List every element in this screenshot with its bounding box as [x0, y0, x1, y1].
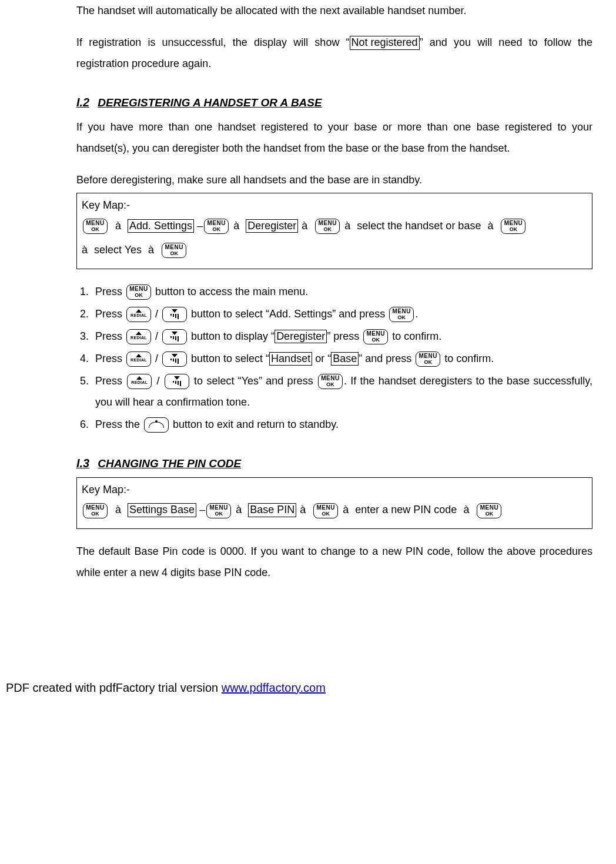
intro-p1: The handset will automatically be alloca… — [76, 0, 592, 21]
menu-ok-button-icon: MENUOK — [126, 284, 151, 300]
step-4: Press REDIAL / button to select “Handset… — [92, 348, 592, 369]
keymap-sequence: MENUOK à Settings Base –MENUOKà Base PIN… — [82, 498, 587, 522]
down-button-icon — [162, 307, 187, 322]
down-button-icon — [162, 329, 187, 344]
menu-ok-button-icon: MENUOK — [204, 219, 229, 234]
menu-ok-button-icon: MENUOK — [313, 503, 338, 518]
menu-ok-button-icon: MENUOK — [416, 351, 440, 367]
boxed-not-registered: Not registered — [350, 36, 420, 50]
up-redial-button-icon: REDIAL — [127, 374, 152, 389]
arrow-icon: à — [343, 504, 349, 515]
section-i2-heading: I.2DEREGISTERING A HANDSET OR A BASE — [76, 91, 592, 114]
step-6: Press the button to exit and return to s… — [92, 414, 592, 435]
steps-list-i2: Press MENUOK button to access the main m… — [76, 281, 592, 435]
up-redial-button-icon: REDIAL — [126, 329, 151, 344]
menu-ok-button-icon: MENUOK — [318, 374, 343, 389]
boxed-deregister: Deregister — [274, 330, 327, 344]
i2-p1: If you have more than one handset regist… — [76, 116, 592, 159]
intro-p2: If registration is unsuccessful, the dis… — [76, 32, 592, 74]
keymap-box-2: Key Map:- MENUOK à Settings Base –MENUOK… — [76, 477, 592, 529]
boxed-handset: Handset — [269, 352, 312, 366]
down-button-icon — [165, 374, 189, 389]
arrow-icon: à — [344, 220, 350, 232]
menu-ok-button-icon: MENUOK — [83, 503, 108, 518]
step-1: Press MENUOK button to access the main m… — [92, 281, 592, 302]
keymap-box-1: Key Map:- MENUOK à Add. Settings –MENUOK… — [76, 193, 592, 269]
arrow-icon: à — [487, 220, 493, 232]
i2-p2: Before deregistering, make sure all hand… — [76, 169, 592, 190]
pdf-footer: PDF created with pdfFactory trial versio… — [0, 594, 592, 699]
boxed-base: Base — [331, 352, 359, 366]
up-redial-button-icon: REDIAL — [126, 307, 151, 322]
menu-ok-button-icon: MENUOK — [206, 503, 231, 518]
arrow-icon: à — [115, 220, 121, 232]
step-2: Press REDIAL / button to select “Add. Se… — [92, 303, 592, 324]
arrow-icon: à — [302, 220, 307, 232]
power-phone-button-icon — [144, 417, 169, 433]
arrow-icon: à — [82, 244, 88, 256]
arrow-icon: à — [233, 220, 239, 232]
arrow-icon: à — [236, 504, 242, 515]
step-3: Press REDIAL / button to display “Deregi… — [92, 326, 592, 347]
section-title: DEREGISTERING A HANDSET OR A BASE — [98, 96, 322, 109]
i3-p1: The default Base Pin code is 0000. If yo… — [76, 541, 592, 583]
keymap-title: Key Map:- — [82, 197, 587, 214]
section-title: CHANGING THE PIN CODE — [98, 457, 241, 470]
boxed-add-settings: Add. Settings — [128, 219, 194, 233]
arrow-icon: à — [115, 504, 121, 515]
text: select Yes — [94, 244, 142, 256]
text: select the handset or base — [357, 220, 481, 232]
menu-ok-button-icon: MENUOK — [477, 503, 501, 518]
section-num: I.3 — [76, 457, 89, 470]
menu-ok-button-icon: MENUOK — [363, 329, 388, 344]
boxed-settings-base: Settings Base — [128, 503, 196, 517]
footer-text: PDF created with pdfFactory trial versio… — [6, 681, 222, 694]
menu-ok-button-icon: MENUOK — [315, 219, 340, 234]
step-5: Press REDIAL / to select “Yes” and press… — [92, 370, 592, 413]
boxed-deregister: Deregister — [246, 219, 298, 233]
menu-ok-button-icon: MENUOK — [162, 243, 186, 258]
menu-ok-button-icon: MENUOK — [389, 307, 414, 322]
pdffactory-link[interactable]: www.pdffactory.com — [222, 681, 326, 694]
section-num: I.2 — [76, 96, 89, 109]
down-button-icon — [162, 351, 187, 367]
up-redial-button-icon: REDIAL — [126, 351, 151, 367]
boxed-base-pin: Base PIN — [248, 503, 296, 517]
keymap-title: Key Map:- — [82, 481, 587, 498]
keymap-sequence: MENUOK à Add. Settings –MENUOKà Deregist… — [82, 214, 587, 263]
menu-ok-button-icon: MENUOK — [83, 219, 108, 234]
menu-ok-button-icon: MENUOK — [501, 219, 525, 234]
text: If registration is unsuccessful, the dis… — [76, 36, 350, 48]
section-i3-heading: I.3CHANGING THE PIN CODE — [76, 451, 592, 475]
arrow-icon: à — [148, 244, 154, 256]
arrow-icon: à — [300, 504, 306, 515]
arrow-icon: à — [463, 504, 469, 515]
text: enter a new PIN code — [355, 504, 457, 515]
